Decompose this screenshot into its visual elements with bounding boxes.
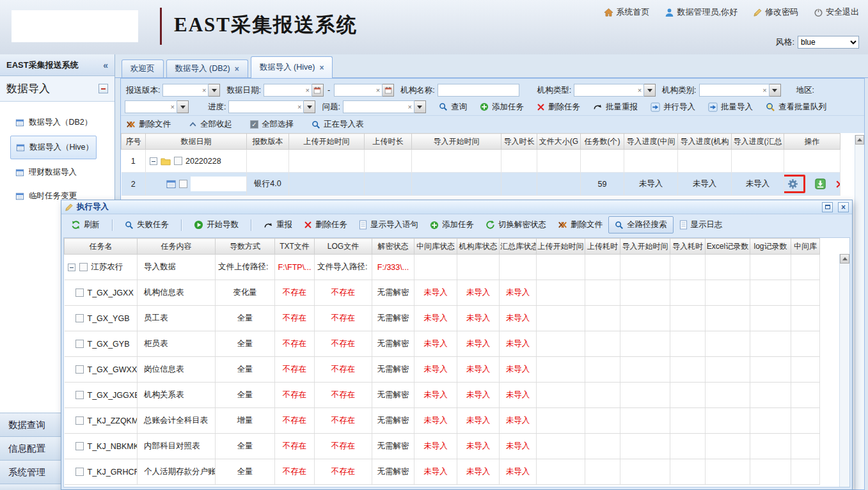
toggle-decrypt-button[interactable]: 切换解密状态 [480,217,552,233]
task-checkbox[interactable] [75,314,84,322]
task-checkbox[interactable] [75,365,84,374]
col-upload-time[interactable]: 上传耗时 [585,239,620,255]
delete-file-button[interactable]: 删除文件 [126,119,171,130]
maximize-icon[interactable] [822,202,833,212]
sidebar-item-licai[interactable]: 理财数据导入 [0,161,114,184]
add-task-button[interactable]: 添加任务 [424,217,480,233]
dropdown-icon[interactable] [177,100,189,113]
start-import-button[interactable]: 开始导数 [188,217,244,233]
org-name-input[interactable] [438,84,519,97]
add-task-button[interactable]: 添加任务 [480,102,524,113]
task-checkbox[interactable] [75,288,84,297]
failed-tasks-button[interactable]: 失败任务 [119,217,175,233]
col-upload-start[interactable]: 上传开始时间 [289,134,365,150]
task-row[interactable]: T_KJ_ZZQKM 总账会计全科目表 增量 不存在 不存在 无需解密 未导入 … [65,408,820,434]
dropdown-icon[interactable] [769,84,781,97]
task-row[interactable]: T_KJ_NBKMKJ 内部科目对照表 全量 不存在 不存在 无需解密 未导入 … [65,434,820,459]
collapse-section-icon[interactable] [99,84,108,93]
col-upload-start[interactable]: 上传开始时间 [537,239,585,255]
execute-import-gear-icon[interactable] [787,178,798,189]
sidebar-item-db2[interactable]: 数据导入（DB2） [0,111,114,134]
task-row[interactable]: T_KJ_GRHCFZ 个人活期存款分户账 全量 不存在 不存在 无需解密 未导… [65,459,820,485]
view-batch-queue-button[interactable]: 查看批量队列 [766,102,826,113]
date-to-field[interactable]: × [334,84,394,97]
col-excel-count[interactable]: Excel记录数 [706,239,750,255]
show-log-button[interactable]: 显示日志 [674,217,729,233]
main-grid-scrollbar[interactable] [855,135,864,489]
task-row[interactable]: T_GX_GWXX 岗位信息表 全量 不存在 不存在 无需解密 未导入 未导入 … [65,357,820,383]
select-all-toggle[interactable]: 全部选择 [250,119,294,130]
home-link[interactable]: 系统首页 [604,6,649,18]
dropdown-icon[interactable] [644,84,656,97]
col-import-time[interactable]: 导入耗时 [670,239,706,255]
col-sum-db-status[interactable]: 汇总库状态 [500,239,537,255]
col-import-duration[interactable]: 导入时长 [501,134,537,150]
full-path-search-button[interactable]: 全路径搜索 [608,216,674,233]
close-tab-icon[interactable]: × [319,63,324,72]
dropdown-icon[interactable] [414,100,426,113]
dropdown-icon[interactable] [209,84,220,97]
task-row[interactable]: T_GX_GYB 柜员表 全量 不存在 不存在 无需解密 未导入 未导入 未导入 [65,331,820,357]
task-checkbox[interactable] [75,442,84,450]
delete-task-button[interactable]: 批量重报 删除任务 [537,102,580,113]
user-greeting[interactable]: 数据管理员,你好 [665,6,738,18]
task-checkbox[interactable] [75,416,84,425]
col-log-file[interactable]: LOG文件 [315,239,372,255]
tab-welcome[interactable]: 欢迎页 [122,59,164,77]
tab-import-db2[interactable]: 数据导入 (DB2) × [166,59,248,77]
delete-row-x-icon[interactable] [835,180,840,189]
delete-task-button[interactable]: 删除任务 [298,217,353,233]
dialog-titlebar[interactable]: 执行导入 × [61,200,852,214]
collapse-group-icon[interactable] [68,264,75,271]
col-task-content[interactable]: 任务内容 [138,239,216,255]
col-import-start[interactable]: 导入开始时间 [412,134,501,150]
org-type-combo[interactable]: × [574,84,656,97]
table-row-selected[interactable]: 2 银行4.0 59 未导入 未导入 未导入 [122,173,840,196]
col-progress-org[interactable]: 导入进度(机构 [678,134,732,150]
col-org-db-status[interactable]: 机构库状态 [457,239,500,255]
col-decrypt-status[interactable]: 解密状态 [372,239,414,255]
report-version-combo[interactable]: × [162,84,220,97]
group-checkbox[interactable] [79,263,88,271]
col-mid-db[interactable]: 中间库 [791,239,820,255]
logout-link[interactable]: 安全退出 [814,6,859,18]
refresh-button[interactable]: 刷新 [65,217,106,233]
collapse-all-button[interactable]: 全部收起 [189,119,232,130]
sidebar-section-data-import[interactable]: 数据导入 [0,76,114,102]
unlabeled-combo[interactable]: × [125,100,189,113]
calendar-icon[interactable] [383,84,394,97]
checkbox-checked-icon[interactable] [250,120,258,129]
sidebar-collapse-icon[interactable]: « [103,60,108,70]
task-checkbox[interactable] [75,468,84,476]
col-data-date[interactable]: 数据日期 [146,134,247,150]
col-file-size[interactable]: 文件大小(G [537,134,581,150]
tab-import-hive[interactable]: 数据导入 (Hive) × [251,56,333,78]
col-operations[interactable]: 操作 [784,134,840,150]
parallel-import-button[interactable]: 并行导入 [651,102,695,113]
progress-combo[interactable]: × [228,100,315,113]
scroll-up-icon[interactable] [840,254,849,264]
task-row[interactable]: T_GX_JGXX 机构信息表 变化量 不存在 不存在 无需解密 未导入 未导入… [65,280,820,306]
query-button[interactable]: 查询 [439,102,467,113]
rereport-button[interactable]: 重报 [258,217,298,233]
download-icon[interactable] [815,178,826,189]
change-password-link[interactable]: 修改密码 [753,6,798,18]
row-checkbox[interactable] [179,180,187,188]
close-icon[interactable]: × [838,202,849,212]
date-from-field[interactable]: × [264,84,324,97]
org-category-combo[interactable]: × [699,84,781,97]
calendar-icon[interactable] [312,84,324,97]
col-version[interactable]: 报数版本 [247,134,289,150]
row-checkbox[interactable] [174,157,182,165]
col-upload-duration[interactable]: 上传时长 [365,134,412,150]
col-task-name[interactable]: 任务名 [65,239,138,255]
issue-combo[interactable]: × [343,100,426,113]
col-task-count[interactable]: 任务数(个) [581,134,624,150]
col-import-start[interactable]: 导入开始时间 [620,239,670,255]
col-txt-file[interactable]: TXT文件 [275,239,315,255]
dropdown-icon[interactable] [304,100,315,113]
col-progress-sum[interactable]: 导入进度(汇总 [732,134,784,150]
table-row[interactable]: 1 20220228 [122,150,840,173]
collapse-row-icon[interactable] [150,157,157,165]
task-row[interactable]: T_GX_JGGXB 机构关系表 全量 不存在 不存在 无需解密 未导入 未导入… [65,383,820,408]
